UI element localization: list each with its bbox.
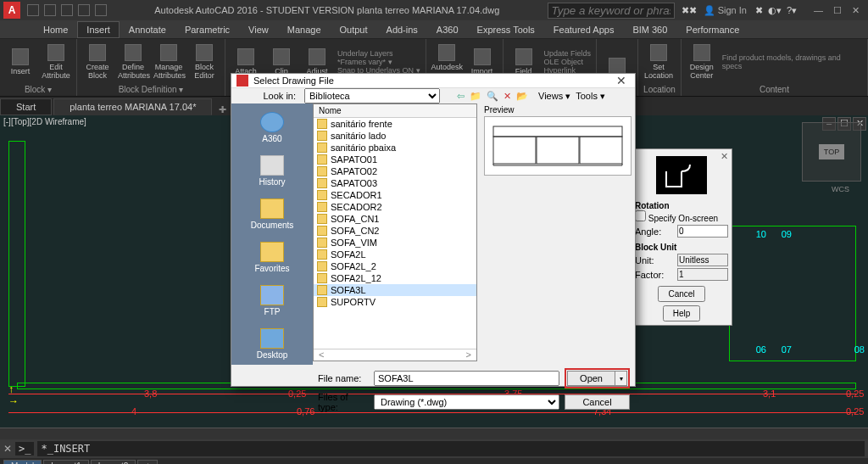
file-item[interactable]: SOFA2L_12: [314, 272, 476, 284]
qat-new-icon[interactable]: [27, 4, 39, 16]
layout-1[interactable]: Layout1: [43, 460, 89, 465]
tab-parametric[interactable]: Parametric: [175, 21, 239, 38]
tab-featured[interactable]: Featured Apps: [544, 21, 624, 38]
group-block[interactable]: Block ▾: [5, 83, 71, 94]
insert-block-button[interactable]: Insert: [5, 48, 36, 75]
file-item[interactable]: SOFA2L: [314, 249, 476, 260]
place-ftp[interactable]: FTP: [238, 280, 306, 321]
layout-model[interactable]: Model: [3, 460, 42, 465]
adjust-button[interactable]: Adjust: [302, 48, 332, 75]
panel-help-button[interactable]: Help: [663, 305, 701, 321]
up-icon[interactable]: 📁: [470, 91, 481, 102]
exchange-icon[interactable]: ✖✖: [682, 5, 697, 16]
tab-manage[interactable]: Manage: [278, 21, 331, 38]
file-item[interactable]: SOFA_VIM: [314, 237, 476, 249]
tab-addins[interactable]: Add-ins: [377, 21, 427, 38]
file-item[interactable]: sanitário pbaixa: [314, 142, 476, 154]
clip-button[interactable]: Clip: [266, 48, 297, 75]
file-item[interactable]: SECADOR1: [314, 189, 476, 201]
file-item[interactable]: SAPATO01: [314, 154, 476, 165]
place-desktop[interactable]: Desktop: [238, 323, 306, 365]
file-list-header[interactable]: Nome: [314, 104, 476, 118]
file-item[interactable]: sanitário frente: [314, 118, 476, 130]
cmdline-prompt-icon[interactable]: >_: [15, 442, 34, 456]
window-close-button[interactable]: ✕: [852, 5, 860, 16]
file-item[interactable]: sanitário lado: [314, 130, 476, 142]
command-input[interactable]: [37, 441, 865, 456]
tools-dropdown[interactable]: Tools ▾: [576, 91, 605, 102]
views-dropdown[interactable]: Views ▾: [538, 91, 570, 102]
viewcube-top[interactable]: TOP: [819, 144, 844, 159]
place-history[interactable]: History: [238, 150, 306, 192]
field-button[interactable]: Field: [509, 48, 539, 75]
qat-open-icon[interactable]: [44, 4, 56, 16]
file-item[interactable]: SOFA_CN1: [314, 213, 476, 225]
place-documents[interactable]: Documents: [238, 193, 306, 235]
tab-home[interactable]: Home: [34, 21, 77, 38]
back-icon[interactable]: ⇦: [457, 91, 465, 102]
tab-insert[interactable]: Insert: [77, 21, 120, 38]
place-favorites[interactable]: Favorites: [238, 237, 306, 278]
tab-bim360[interactable]: BIM 360: [623, 21, 676, 38]
doctab-start[interactable]: Start: [0, 98, 52, 115]
layout-add[interactable]: +: [137, 460, 158, 465]
tab-annotate[interactable]: Annotate: [120, 21, 175, 38]
update-fields-button[interactable]: Update Fields: [544, 49, 592, 58]
qat-redo-icon[interactable]: [95, 4, 107, 16]
help-search-input[interactable]: [548, 3, 675, 19]
specify-onscreen-checkbox[interactable]: [635, 210, 646, 221]
panel-cancel-button[interactable]: Cancel: [658, 286, 704, 302]
manage-attributes-button[interactable]: Manage Attributes: [153, 44, 184, 80]
exchange-apps-icon[interactable]: ✖: [755, 5, 763, 16]
file-item[interactable]: SOFA_CN2: [314, 225, 476, 237]
import-button[interactable]: Import: [467, 48, 498, 75]
file-item[interactable]: SOFA2L_2: [314, 260, 476, 272]
doctab-file[interactable]: planta terreo MARIANA 17.04*: [53, 98, 212, 115]
file-item[interactable]: SUPORTV: [314, 296, 476, 308]
define-attributes-button[interactable]: Define Attributes: [118, 44, 148, 80]
horizontal-scrollbar[interactable]: [0, 428, 868, 439]
lookin-dropdown[interactable]: Biblioteca: [304, 88, 440, 103]
set-location-button[interactable]: Set Location: [643, 44, 674, 80]
block-editor-button[interactable]: Block Editor: [189, 44, 220, 80]
panel-close-icon[interactable]: ✕: [721, 151, 728, 162]
view-label[interactable]: [-][Top][2D Wireframe]: [3, 117, 86, 126]
place-a360[interactable]: A360: [238, 107, 306, 148]
tab-a360[interactable]: A360: [427, 21, 468, 38]
group-block-definition[interactable]: Block Definition ▾: [82, 83, 220, 94]
file-item[interactable]: SECADOR2: [314, 201, 476, 213]
create-block-button[interactable]: Create Block: [82, 44, 113, 80]
file-item[interactable]: SOFA3L: [314, 284, 476, 296]
file-item[interactable]: SAPATO03: [314, 177, 476, 189]
help-icon[interactable]: ?▾: [787, 5, 797, 16]
scroll-left-icon[interactable]: <: [319, 349, 324, 361]
doctab-add-icon[interactable]: ✚: [219, 104, 226, 115]
cmdline-close-icon[interactable]: ✕: [3, 443, 12, 455]
file-list[interactable]: Nome sanitário frentesanitário ladosanit…: [313, 103, 477, 361]
tab-express[interactable]: Express Tools: [468, 21, 544, 38]
attach-button[interactable]: Attach: [231, 48, 261, 75]
viewcube[interactable]: TOP: [802, 122, 861, 182]
tab-output[interactable]: Output: [331, 21, 377, 38]
tab-performance[interactable]: Performance: [676, 21, 748, 38]
dialog-cancel-button[interactable]: Cancel: [565, 394, 630, 410]
ole-object-button[interactable]: OLE Object: [544, 58, 592, 66]
tab-view[interactable]: View: [239, 21, 278, 38]
signin-link[interactable]: 👤 Sign In: [704, 5, 747, 16]
app-logo[interactable]: A: [3, 2, 20, 19]
window-maximize-button[interactable]: ☐: [833, 5, 842, 16]
search-web-icon[interactable]: 🔍: [487, 91, 498, 102]
layout-2[interactable]: Layout2: [91, 460, 136, 465]
design-center-button[interactable]: Design Center: [687, 44, 717, 80]
edit-attribute-button[interactable]: Edit Attribute: [41, 44, 71, 80]
filename-field[interactable]: [374, 371, 559, 386]
delete-icon[interactable]: ✕: [504, 91, 511, 102]
open-button[interactable]: Open: [567, 371, 615, 386]
scroll-right-icon[interactable]: >: [466, 349, 471, 361]
underlay-layers-button[interactable]: Underlay Layers: [337, 49, 420, 58]
open-dropdown-icon[interactable]: ▾: [615, 371, 627, 386]
frames-dropdown[interactable]: *Frames vary* ▾: [337, 58, 420, 66]
qat-undo-icon[interactable]: [78, 4, 90, 16]
stay-connected-icon[interactable]: ◐▾: [768, 5, 782, 16]
file-item[interactable]: SAPATO02: [314, 165, 476, 177]
